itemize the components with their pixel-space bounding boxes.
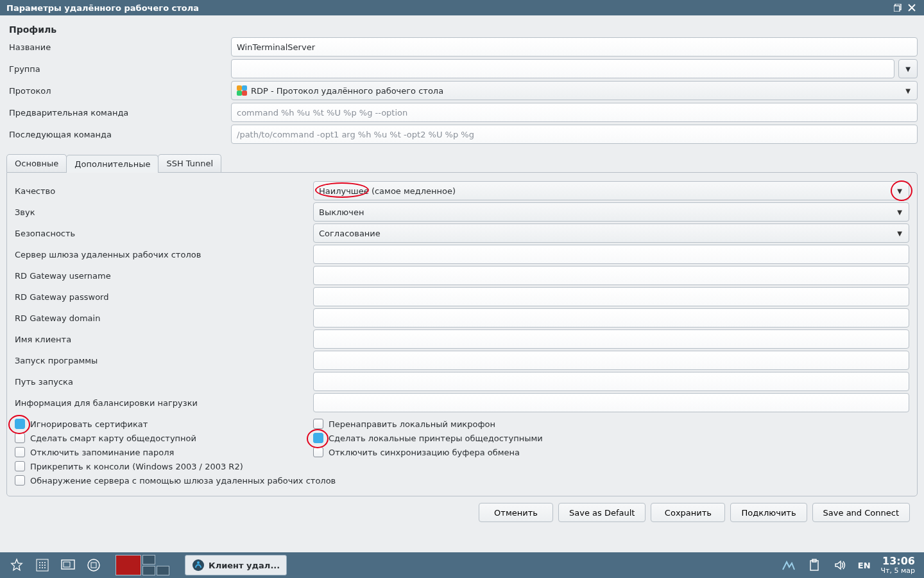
chevron-down-icon: ▼ [897,188,902,195]
disable-clipboard-sync-label: Отключить синхронизацию буфера обмена [329,448,520,457]
name-input[interactable] [231,37,918,57]
checkbox-icon [15,447,25,457]
clipboard-icon[interactable] [805,556,823,574]
security-value: Согласование [319,229,381,238]
taskbar-app-remmina[interactable]: Клиент удал... [185,555,287,575]
security-select[interactable]: Согласование ▼ [313,223,909,243]
svg-point-7 [42,565,43,566]
svg-point-8 [44,565,46,566]
start-program-input[interactable] [313,351,909,370]
post-command-input[interactable] [231,125,918,144]
quality-select[interactable]: Наилучшее (самое медленное) ▼ [313,181,909,200]
gateway-server-input[interactable] [313,245,909,264]
sound-select[interactable]: Выключен ▼ [313,202,909,222]
group-dropdown-button[interactable]: ▼ [898,59,918,78]
save-button[interactable]: Сохранить [651,503,725,522]
start-program-label: Запуск программы [15,356,313,365]
save-as-default-button[interactable]: Save as Default [558,503,646,522]
dialog-content: Профиль Название Группа ▼ Протокол RDP -… [0,15,924,552]
save-and-connect-button[interactable]: Save and Connect [812,503,910,522]
postcmd-label: Последующая команда [6,130,231,139]
chevron-down-icon: ▼ [905,66,911,73]
taskview-icon[interactable] [85,556,103,574]
show-desktop-icon[interactable] [59,556,77,574]
detect-gateway-label: Обнаружение сервера с помощью шлюза удал… [30,476,336,486]
tray-indicator-icon[interactable] [780,556,798,574]
profile-heading: Профиль [9,24,918,35]
checkbox-icon [15,461,25,471]
svg-point-9 [39,567,40,568]
svg-rect-15 [91,563,96,568]
gw-password-input[interactable] [313,287,909,306]
sound-value: Выключен [319,207,364,217]
chevron-down-icon: ▼ [897,209,902,216]
quality-label: Качество [15,186,313,196]
tab-basic[interactable]: Основные [6,154,67,172]
checkbox-icon [15,419,25,429]
start-path-input[interactable] [313,372,909,391]
gateway-server-label: Сервер шлюза удаленных рабочих столов [15,250,313,259]
ignore-cert-checkbox[interactable]: Игнорировать сертификат [15,419,313,429]
gw-domain-input[interactable] [313,308,909,328]
advanced-panel: Качество Наилучшее (самое медленное) ▼ З… [6,172,918,496]
clock-date: Чт, 5 мар [881,567,915,575]
window-title: Параметры удалённого рабочего стола [6,3,889,13]
loadbalance-input[interactable] [313,393,909,412]
window-restore-button[interactable] [892,2,903,13]
name-label: Название [6,42,231,52]
precmd-label: Предварительная команда [6,108,231,118]
svg-point-6 [39,565,40,566]
disable-clipboard-sync-checkbox[interactable]: Отключить синхронизацию буфера обмена [313,447,909,457]
protocol-select[interactable]: RDP - Протокол удалённого рабочего стола… [231,81,918,100]
app-grid-icon[interactable] [33,556,51,574]
svg-point-11 [44,567,46,568]
protocol-label: Протокол [6,86,231,96]
share-printers-label: Сделать локальные принтеры общедоступным… [329,434,543,443]
client-name-input[interactable] [313,329,909,349]
redirect-mic-checkbox[interactable]: Перенаправить локальный микрофон [313,419,909,429]
rdp-icon [237,85,247,96]
window-close-button[interactable] [906,2,918,13]
disable-password-store-checkbox[interactable]: Отключить запоминание пароля [15,447,313,457]
sound-label: Звук [15,207,313,217]
disable-password-store-label: Отключить запоминание пароля [30,448,174,457]
checkbox-icon [313,419,323,429]
attach-console-checkbox[interactable]: Прикрепить к консоли (Windows 2003 / 200… [15,461,909,471]
window-titlebar: Параметры удалённого рабочего стола [0,0,924,15]
checkbox-icon [313,433,323,443]
start-menu-icon[interactable] [8,556,26,574]
start-path-label: Путь запуска [15,377,313,387]
ignore-cert-label: Игнорировать сертификат [30,419,148,429]
share-smartcard-checkbox[interactable]: Сделать смарт карту общедоступной [15,433,313,443]
volume-icon[interactable] [831,556,849,574]
attach-console-label: Прикрепить к консоли (Windows 2003 / 200… [30,462,243,471]
workspace-switcher[interactable] [110,555,175,575]
chevron-down-icon: ▼ [905,87,911,94]
tab-advanced[interactable]: Дополнительные [66,155,158,173]
keyboard-layout-indicator[interactable]: EN [858,561,871,570]
cancel-button[interactable]: Отменить [479,503,553,522]
svg-point-10 [42,567,43,568]
checkbox-icon [15,433,25,443]
svg-point-14 [88,559,99,571]
loadbalance-label: Информация для балансировки нагрузки [15,398,313,408]
pre-command-input[interactable] [231,103,918,122]
tab-ssh-tunnel[interactable]: SSH Tunnel [158,154,221,172]
client-name-label: Имя клиента [15,335,313,344]
checkbox-icon [313,447,323,457]
connect-button[interactable]: Подключить [730,503,807,522]
group-input[interactable] [231,59,894,78]
taskbar-app-label: Клиент удал... [209,561,280,570]
svg-rect-13 [64,562,70,567]
share-printers-checkbox[interactable]: Сделать локальные принтеры общедоступным… [313,433,909,443]
svg-point-5 [44,562,46,563]
gw-username-input[interactable] [313,266,909,285]
svg-point-17 [197,561,200,564]
gw-password-label: RD Gateway password [15,292,313,302]
taskbar: Клиент удал... EN 13:06 Чт, 5 мар [0,552,924,578]
detect-gateway-checkbox[interactable]: Обнаружение сервера с помощью шлюза удал… [15,475,909,486]
protocol-value: RDP - Протокол удалённого рабочего стола [251,86,443,96]
gw-domain-label: RD Gateway domain [15,313,313,323]
clock[interactable]: 13:06 Чт, 5 мар [881,556,915,575]
svg-point-3 [39,562,40,563]
